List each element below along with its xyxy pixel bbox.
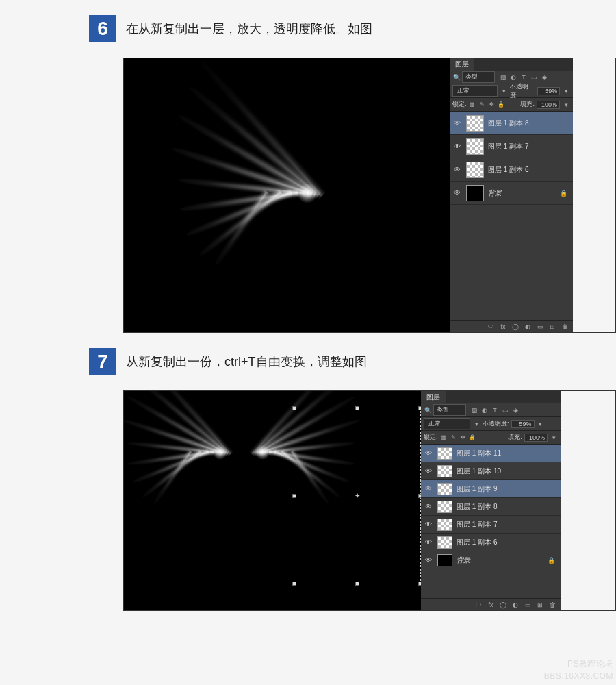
- visibility-icon[interactable]: 👁: [424, 538, 433, 546]
- fx-icon[interactable]: fx: [499, 323, 507, 330]
- lock-all-icon[interactable]: 🔒: [498, 101, 505, 108]
- fill-value[interactable]: 100%: [524, 434, 548, 442]
- filter-type-icon[interactable]: T: [519, 73, 528, 82]
- layer-row[interactable]: 👁 图层 1 副本 7: [450, 135, 573, 158]
- group-icon[interactable]: ▭: [524, 601, 532, 608]
- lock-all-icon[interactable]: 🔒: [469, 434, 476, 441]
- transform-handle[interactable]: [292, 582, 296, 586]
- watermark-line2: BBS.16XX8.COM: [544, 671, 613, 681]
- opacity-dropdown-icon[interactable]: ▾: [537, 420, 545, 428]
- dropdown-icon[interactable]: ▾: [500, 87, 508, 95]
- layer-type-select[interactable]: 类型: [462, 71, 495, 83]
- transform-center-icon[interactable]: ✦: [354, 493, 361, 499]
- delete-icon[interactable]: 🗑: [561, 323, 569, 330]
- dropdown-icon[interactable]: ▾: [472, 420, 480, 428]
- blend-row: 正常 ▾ 不透明度: 59% ▾: [421, 417, 561, 431]
- new-layer-icon[interactable]: ⊞: [548, 323, 556, 330]
- filter-pixel-icon[interactable]: ▧: [499, 73, 507, 82]
- watermark-line1: PS教程论坛: [567, 658, 613, 670]
- canvas-7: ✦: [124, 391, 421, 610]
- step-7-header: 7 从新复制出一份，ctrl+T自由变换，调整如图: [89, 348, 616, 375]
- new-layer-icon[interactable]: ⊞: [536, 601, 544, 608]
- transform-handle[interactable]: [292, 494, 296, 498]
- layers-panel-7: 图层 🔍 类型 ▧ ◐ T ▭ ◈ 正常 ▾ 不透明度: 59% ▾: [421, 391, 561, 610]
- filter-icons: ▧ ◐ T ▭ ◈: [470, 406, 519, 414]
- panel-footer: ⬭ fx ◯ ◐ ▭ ⊞ 🗑: [450, 320, 573, 332]
- step-7: 7 从新复制出一份，ctrl+T自由变换，调整如图: [0, 348, 616, 611]
- tab-layers[interactable]: 图层: [450, 58, 474, 71]
- visibility-icon[interactable]: 👁: [424, 467, 433, 475]
- lock-icon: 🔒: [548, 557, 555, 564]
- fill-value[interactable]: 100%: [537, 101, 560, 109]
- fill-label: 填充:: [520, 100, 535, 109]
- lock-icons: ▦ ✎ ✥ 🔒: [440, 434, 476, 441]
- layer-row[interactable]: 👁 图层 1 副本 9: [421, 480, 561, 498]
- mask-icon[interactable]: ◯: [511, 323, 519, 330]
- layer-row[interactable]: 👁 图层 1 副本 11: [421, 445, 561, 462]
- mask-icon[interactable]: ◯: [499, 601, 507, 608]
- filter-pixel-icon[interactable]: ▧: [470, 406, 478, 414]
- lock-pixels-icon[interactable]: ✎: [450, 434, 457, 441]
- filter-adjust-icon[interactable]: ◐: [480, 406, 489, 414]
- visibility-icon[interactable]: 👁: [424, 521, 433, 528]
- lock-position-icon[interactable]: ✥: [488, 101, 496, 108]
- layer-name: 图层 1 副本 7: [457, 520, 497, 530]
- step-7-number: 7: [89, 348, 116, 375]
- transform-handle[interactable]: [355, 582, 359, 586]
- layer-row[interactable]: 👁 图层 1 副本 6: [421, 534, 561, 551]
- layer-type-select[interactable]: 类型: [433, 404, 466, 416]
- search-icon[interactable]: 🔍: [424, 406, 432, 414]
- panel-tabs: 图层: [421, 391, 561, 403]
- layer-row[interactable]: 👁 图层 1 副本 8: [450, 112, 573, 135]
- filter-adjust-icon[interactable]: ◐: [509, 73, 517, 82]
- opacity-value[interactable]: 59%: [511, 420, 535, 428]
- lock-transparency-icon[interactable]: ▦: [440, 434, 448, 441]
- layer-name: 背景: [457, 556, 470, 565]
- layer-row-background[interactable]: 👁 背景 🔒: [421, 551, 561, 569]
- tab-layers[interactable]: 图层: [421, 391, 446, 403]
- filter-type-icon[interactable]: T: [491, 406, 499, 414]
- layer-row[interactable]: 👁 图层 1 副本 7: [421, 516, 561, 534]
- blend-mode-select[interactable]: 正常: [452, 85, 498, 97]
- delete-icon[interactable]: 🗑: [548, 601, 556, 608]
- screenshot-6: 图层 🔍 类型 ▧ ◐ T ▭ ◈ 正常 ▾ 不透明度: 59% ▾: [123, 58, 616, 333]
- link-layers-icon[interactable]: ⬭: [487, 323, 495, 330]
- filter-smart-icon[interactable]: ◈: [511, 406, 519, 414]
- lock-transparency-icon[interactable]: ▦: [469, 101, 476, 108]
- filter-row: 🔍 类型 ▧ ◐ T ▭ ◈: [421, 403, 561, 417]
- adjustment-icon[interactable]: ◐: [511, 601, 519, 608]
- blend-row: 正常 ▾ 不透明度: 59% ▾: [450, 84, 573, 98]
- layer-row[interactable]: 👁 图层 1 副本 10: [421, 462, 561, 480]
- visibility-icon[interactable]: 👁: [452, 166, 462, 173]
- fill-dropdown-icon[interactable]: ▾: [550, 434, 558, 442]
- blend-mode-select[interactable]: 正常: [424, 418, 470, 429]
- visibility-icon[interactable]: 👁: [424, 485, 433, 493]
- layer-row[interactable]: 👁 图层 1 副本 8: [421, 498, 561, 516]
- search-icon[interactable]: 🔍: [452, 73, 461, 82]
- panel-tabs: 图层: [450, 58, 573, 71]
- transform-handle[interactable]: [355, 406, 359, 410]
- visibility-icon[interactable]: 👁: [424, 503, 433, 510]
- layer-row[interactable]: 👁 图层 1 副本 6: [450, 158, 573, 182]
- visibility-icon[interactable]: 👁: [452, 189, 462, 197]
- adjustment-icon[interactable]: ◐: [524, 323, 532, 330]
- filter-shape-icon[interactable]: ▭: [530, 73, 538, 82]
- visibility-icon[interactable]: 👁: [452, 119, 462, 127]
- opacity-value[interactable]: 59%: [537, 87, 560, 95]
- lock-position-icon[interactable]: ✥: [459, 434, 467, 441]
- filter-smart-icon[interactable]: ◈: [540, 73, 548, 82]
- layer-row-background[interactable]: 👁 背景 🔒: [450, 182, 573, 205]
- fx-icon[interactable]: fx: [487, 601, 495, 608]
- step-6: 6 在从新复制出一层，放大，透明度降低。如图 图层 🔍: [0, 15, 616, 333]
- lock-pixels-icon[interactable]: ✎: [478, 101, 486, 108]
- opacity-dropdown-icon[interactable]: ▾: [562, 87, 570, 95]
- lock-label: 锁定:: [452, 100, 467, 109]
- fill-dropdown-icon[interactable]: ▾: [562, 101, 570, 109]
- visibility-icon[interactable]: 👁: [424, 449, 433, 457]
- group-icon[interactable]: ▭: [536, 323, 544, 330]
- filter-shape-icon[interactable]: ▭: [501, 406, 509, 414]
- visibility-icon[interactable]: 👁: [452, 142, 462, 150]
- link-layers-icon[interactable]: ⬭: [474, 601, 483, 608]
- visibility-icon[interactable]: 👁: [424, 556, 433, 564]
- layer-name: 图层 1 副本 9: [457, 484, 497, 494]
